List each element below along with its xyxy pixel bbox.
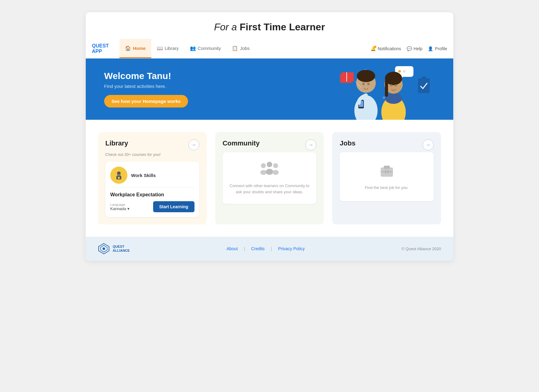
community-description: Connect with other learners on Community… [229, 183, 311, 195]
start-learning-button[interactable]: Start Learning [153, 201, 194, 212]
svg-point-42 [103, 247, 105, 250]
footer-logo: QUESTALLIANCE [98, 243, 130, 254]
svg-rect-1 [341, 72, 354, 81]
nav-help[interactable]: 💬 Help [407, 46, 423, 51]
card-library: Library → Check out 20+ courses for you!… [98, 132, 207, 224]
card-jobs-title: Jobs [340, 139, 355, 147]
hero-title: Welcome Tanu! [104, 71, 233, 81]
hero-subtitle: Find your latest activities here. [104, 84, 233, 89]
svg-point-4 [398, 70, 401, 73]
jobs-svg [379, 164, 395, 180]
card-community: Community → Connect with other learners [215, 132, 324, 224]
svg-point-24 [396, 88, 397, 89]
svg-point-31 [267, 162, 272, 167]
footer-copyright: © Quest Alliance 2020 [401, 247, 441, 251]
svg-rect-27 [117, 174, 120, 176]
jobs-description: Find the best job for you. [365, 185, 409, 190]
nav-items: 🏠 Home 📖 Library 👥 Community 📋 Jobs [119, 39, 371, 58]
profile-icon: 👤 [428, 46, 433, 51]
workskills-icon-svg [114, 170, 124, 180]
svg-point-5 [403, 70, 405, 73]
card-jobs: Jobs → Find the best job for you. [332, 132, 441, 224]
library-arrow-button[interactable]: → [188, 139, 199, 150]
nav-right: 🔔 Notifications 💬 Help 👤 Profile [371, 46, 447, 51]
footer-privacy-link[interactable]: Privacy Policy [272, 246, 311, 251]
svg-point-13 [367, 83, 370, 85]
svg-point-23 [390, 88, 391, 89]
hero-svg [331, 60, 435, 120]
help-icon: 💬 [407, 46, 412, 51]
hero-content: Welcome Tanu! Find your latest activitie… [104, 71, 233, 107]
svg-point-11 [357, 70, 375, 82]
svg-point-34 [273, 170, 279, 175]
jobs-briefcase-icon [379, 164, 395, 181]
home-icon: 🏠 [125, 45, 131, 51]
title-bold: First Time Learner [239, 21, 325, 32]
community-inner: Connect with other learners on Community… [223, 152, 317, 204]
card-library-header: Library → [105, 139, 199, 150]
card-library-title: Library [105, 139, 128, 147]
jobs-icon: 📋 [232, 45, 238, 51]
title-prefix: For a [214, 21, 240, 32]
svg-rect-36 [384, 166, 390, 169]
footer-about-link[interactable]: About [221, 246, 244, 251]
bell-wrap: 🔔 [371, 46, 376, 51]
nav-item-library[interactable]: 📖 Library [151, 39, 184, 58]
community-icon: 👥 [190, 45, 196, 51]
jobs-inner: Find the best job for you. [340, 152, 434, 201]
card-community-title: Community [223, 139, 260, 147]
hero-illustration [331, 62, 435, 120]
nav-profile[interactable]: 👤 Profile [428, 46, 447, 51]
course-card: Work Skills Workplace Expectation Langua… [105, 162, 199, 217]
svg-point-30 [260, 170, 266, 175]
nav-item-jobs[interactable]: 📋 Jobs [226, 39, 255, 58]
notification-dot [374, 46, 376, 48]
page-title: For a First Time Learner [86, 12, 453, 39]
svg-point-29 [261, 163, 266, 168]
library-icon: 📖 [157, 45, 163, 51]
chevron-down-icon: ▾ [127, 206, 130, 211]
svg-rect-28 [118, 177, 120, 179]
nav-item-community[interactable]: 👥 Community [184, 39, 227, 58]
language-info: Language Kannada ▾ [110, 203, 130, 211]
footer: QUESTALLIANCE About | Credits | Privacy … [86, 237, 453, 261]
cards-section: Library → Check out 20+ courses for you!… [86, 120, 453, 237]
quest-alliance-logo-icon [98, 243, 110, 254]
nav-notifications[interactable]: 🔔 Notifications [371, 46, 401, 51]
svg-point-9 [354, 95, 378, 120]
svg-point-32 [266, 169, 273, 175]
footer-credits-link[interactable]: Credits [245, 246, 271, 251]
course-title: Workplace Expectation [110, 192, 194, 198]
course-header: Work Skills [110, 167, 194, 188]
community-people-icon [260, 161, 279, 179]
hero-banner: ✕ ✕ ✕ Welcome Tanu! Find your latest act… [86, 58, 453, 120]
svg-rect-20 [385, 80, 388, 97]
language-value: Kannada ▾ [110, 206, 130, 211]
svg-point-22 [395, 85, 397, 87]
footer-links: About | Credits | Privacy Policy [221, 246, 311, 251]
svg-rect-7 [418, 78, 430, 93]
navbar: QUESTAPP 🏠 Home 📖 Library 👥 Community 📋 … [86, 39, 453, 58]
course-footer: Language Kannada ▾ Start Learning [110, 201, 194, 212]
hero-cta-button[interactable]: See how your Homepage works [104, 95, 188, 107]
card-jobs-header: Jobs → [340, 139, 434, 150]
nav-logo: QUESTAPP [92, 43, 119, 54]
footer-logo-text: QUESTALLIANCE [113, 245, 130, 253]
card-community-header: Community → [223, 139, 317, 150]
page-wrapper: For a First Time Learner QUESTAPP 🏠 Home… [86, 12, 453, 261]
community-svg [260, 161, 279, 177]
language-label: Language [110, 203, 130, 206]
course-category: Work Skills [131, 173, 156, 178]
svg-point-21 [390, 85, 393, 87]
nav-item-home[interactable]: 🏠 Home [119, 39, 151, 58]
svg-point-12 [362, 83, 365, 85]
svg-point-33 [273, 163, 278, 168]
course-icon [110, 167, 127, 184]
svg-rect-8 [422, 77, 426, 80]
community-arrow-button[interactable]: → [305, 139, 316, 150]
card-library-subtitle: Check out 20+ courses for you! [105, 152, 199, 157]
jobs-arrow-button[interactable]: → [423, 139, 434, 150]
